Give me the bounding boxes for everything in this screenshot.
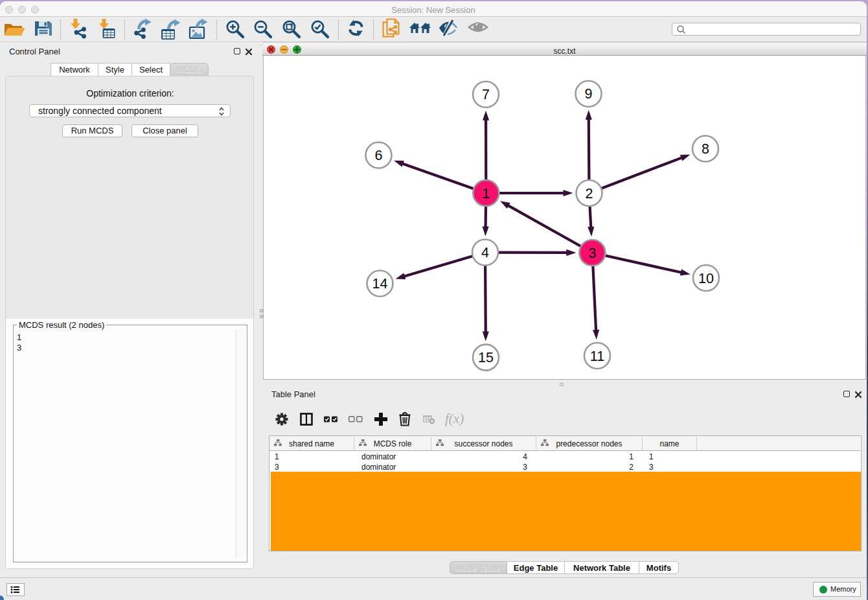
svg-text:9: 9	[585, 86, 593, 102]
svg-text:3: 3	[588, 246, 596, 261]
svg-text:1: 1	[482, 186, 490, 202]
svg-text:11: 11	[590, 349, 604, 364]
svg-text:8: 8	[702, 141, 709, 157]
svg-text:7: 7	[482, 87, 490, 102]
svg-text:4: 4	[481, 245, 489, 260]
svg-text:10: 10	[698, 271, 714, 286]
svg-text:14: 14	[372, 276, 388, 292]
svg-text:15: 15	[478, 350, 494, 365]
svg-text:6: 6	[375, 148, 383, 163]
svg-text:2: 2	[586, 186, 593, 202]
